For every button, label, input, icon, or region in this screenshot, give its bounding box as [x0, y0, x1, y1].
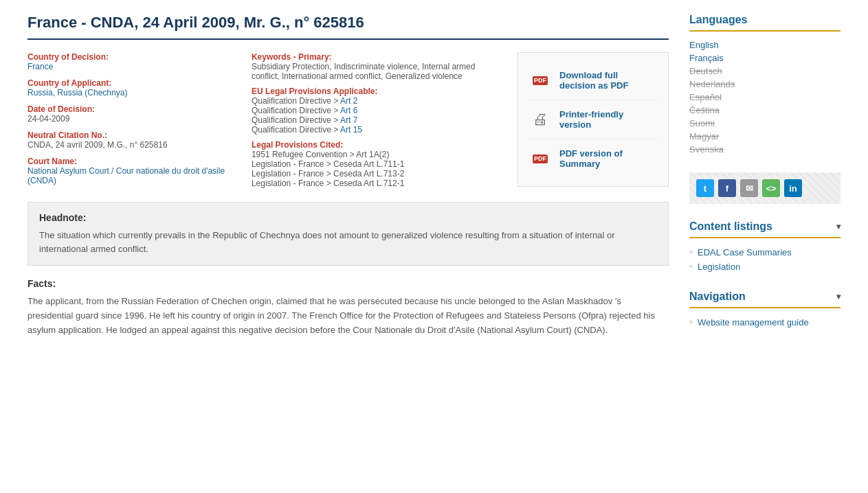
navigation-list: Website management guide — [689, 315, 841, 330]
top-section: Country of Decision: France Country of A… — [27, 52, 669, 188]
content-listings-list: EDAL Case SummariesLegislation — [689, 245, 841, 274]
language-link[interactable]: Svenska — [689, 144, 724, 154]
eu-provisions-label: EU Legal Provisions Applicable: — [252, 87, 504, 96]
country-applicant-label: Country of Applicant: — [27, 78, 238, 88]
headnote-box: Headnote: The situation which currently … — [27, 202, 669, 266]
facebook-icon[interactable]: f — [718, 179, 736, 197]
neutral-citation-label: Neutral Citation No.: — [27, 130, 238, 140]
language-link[interactable]: Suomi — [689, 118, 715, 128]
content-listings-arrow: ▾ — [836, 222, 841, 231]
language-link[interactable]: Français — [689, 53, 724, 63]
legal-provisions-label: Legal Provisions Cited: — [252, 140, 504, 150]
language-list: EnglishFrançaisDeutschNederlandsEspañolČ… — [689, 38, 841, 156]
navigation-section: Navigation ▾ Website management guide — [689, 290, 841, 330]
language-link[interactable]: Čeština — [689, 105, 720, 115]
language-link[interactable]: English — [689, 40, 719, 50]
language-item[interactable]: English — [689, 38, 841, 51]
actions-column: PDF Download fulldecision as PDF 🖨 Print… — [518, 52, 669, 188]
printer-icon: 🖨 — [528, 107, 553, 132]
languages-section: Languages EnglishFrançaisDeutschNederlan… — [689, 14, 841, 156]
language-item[interactable]: Deutsch — [689, 65, 841, 78]
languages-title: Languages — [689, 14, 841, 32]
printer-friendly-action[interactable]: 🖨 Printer-friendlyversion — [528, 100, 658, 139]
headnote-title: Headnote: — [39, 212, 657, 223]
case-title: France - CNDA, 24 April 2009, Mr. G., n°… — [27, 14, 669, 40]
language-item[interactable]: Français — [689, 51, 841, 65]
eu-provision-prefix: Qualification Directive > — [252, 125, 340, 135]
primary-kw-text: Subsidiary Protection, Indiscriminate vi… — [252, 62, 476, 81]
date-decision-label: Date of Decision: — [27, 104, 238, 114]
language-item[interactable]: Svenska — [689, 143, 841, 156]
facts-title: Facts: — [27, 278, 669, 289]
legal-provision-item: Legislation - France > Ceseda Art L.711-… — [252, 159, 504, 169]
legal-provision-item: Legislation - France > Ceseda Art L.712-… — [252, 179, 504, 188]
country-decision-value: France — [27, 62, 238, 71]
language-item[interactable]: Magyar — [689, 130, 841, 143]
eu-provision-prefix: Qualification Directive > — [252, 106, 340, 115]
eu-provision-link[interactable]: Art 6 — [340, 106, 357, 115]
nav-item[interactable]: Website management guide — [689, 315, 841, 330]
court-name-label: Court Name: — [27, 157, 238, 166]
navigation-arrow: ▾ — [836, 292, 841, 301]
share-icon[interactable]: <> — [762, 179, 780, 197]
primary-kw-value: Subsidiary Protection, Indiscriminate vi… — [252, 62, 504, 81]
country-applicant-link[interactable]: Russia, Russia (Chechnya) — [27, 88, 127, 98]
headnote-text: The situation which currently prevails i… — [39, 229, 657, 255]
court-name-link[interactable]: National Asylum Court / Cour nationale d… — [27, 166, 225, 185]
pdf-icon-graphic: PDF — [533, 76, 548, 85]
linkedin-icon[interactable]: in — [784, 179, 802, 197]
social-bar: t f ✉ <> in — [689, 172, 841, 204]
legal-provisions-list: 1951 Refugee Convention > Art 1A(2)Legis… — [252, 150, 504, 188]
eu-provision-prefix: Qualification Directive > — [252, 115, 340, 125]
language-link[interactable]: Deutsch — [689, 66, 722, 76]
language-item[interactable]: Suomi — [689, 117, 841, 130]
pdf-summary-action[interactable]: PDF PDF version ofSummary — [528, 139, 658, 178]
content-listing-link[interactable]: Legislation — [698, 262, 740, 272]
pdf-icon-summary-graphic: PDF — [533, 154, 548, 163]
facts-section: Facts: The applicant, from the Russian F… — [27, 278, 669, 337]
court-name-value: National Asylum Court / Cour nationale d… — [27, 166, 238, 185]
legal-provision-item: 1951 Refugee Convention > Art 1A(2) — [252, 150, 504, 159]
date-decision-value: 24-04-2009 — [27, 114, 238, 124]
neutral-citation-value: CNDA, 24 avril 2009, M.G., n° 625816 — [27, 140, 238, 150]
nav-link[interactable]: Website management guide — [698, 317, 809, 328]
language-link[interactable]: Español — [689, 92, 722, 102]
pdf-icon-download: PDF — [528, 68, 553, 93]
content-listing-item[interactable]: Legislation — [689, 260, 841, 274]
content-listings-title: Content listings ▾ — [689, 220, 841, 238]
language-item[interactable]: Čeština — [689, 104, 841, 117]
language-item[interactable]: Español — [689, 91, 841, 104]
main-content: France - CNDA, 24 April 2009, Mr. G., n°… — [27, 14, 669, 346]
printer-friendly-label: Printer-friendlyversion — [559, 109, 623, 130]
twitter-icon[interactable]: t — [696, 179, 714, 197]
country-decision-link[interactable]: France — [27, 62, 53, 71]
eu-provisions-list: Qualification Directive > Art 2Qualifica… — [252, 96, 504, 135]
navigation-title: Navigation ▾ — [689, 290, 841, 308]
meta-column: Country of Decision: France Country of A… — [27, 52, 238, 188]
country-decision-label: Country of Decision: — [27, 52, 238, 62]
eu-provision-link[interactable]: Art 2 — [340, 96, 357, 106]
eu-provision-prefix: Qualification Directive > — [252, 96, 340, 106]
pdf-icon-summary: PDF — [528, 146, 553, 171]
pdf-summary-label: PDF version ofSummary — [559, 148, 623, 169]
language-link[interactable]: Magyar — [689, 131, 719, 141]
language-item[interactable]: Nederlands — [689, 78, 841, 91]
download-pdf-label: Download fulldecision as PDF — [559, 70, 628, 91]
download-pdf-action[interactable]: PDF Download fulldecision as PDF — [528, 61, 658, 100]
actions-box: PDF Download fulldecision as PDF 🖨 Print… — [518, 52, 669, 187]
keywords-column: Keywords - Primary: Subsidiary Protectio… — [252, 52, 504, 188]
legal-provision-item: Legislation - France > Ceseda Art L.713-… — [252, 169, 504, 179]
content-listings-section: Content listings ▾ EDAL Case SummariesLe… — [689, 220, 841, 274]
primary-kw-label: Keywords - Primary: — [252, 52, 504, 62]
email-icon[interactable]: ✉ — [740, 179, 758, 197]
language-link[interactable]: Nederlands — [689, 79, 735, 89]
eu-provision-link[interactable]: Art 7 — [340, 115, 357, 125]
page-wrapper: France - CNDA, 24 April 2009, Mr. G., n°… — [0, 0, 868, 360]
sidebar: Languages EnglishFrançaisDeutschNederlan… — [689, 14, 841, 346]
facts-text: The applicant, from the Russian Federati… — [27, 295, 669, 337]
content-listing-link[interactable]: EDAL Case Summaries — [698, 247, 792, 257]
eu-provision-link[interactable]: Art 15 — [340, 125, 362, 135]
printer-icon-glyph: 🖨 — [533, 111, 548, 128]
content-listing-item[interactable]: EDAL Case Summaries — [689, 245, 841, 260]
country-applicant-value: Russia, Russia (Chechnya) — [27, 88, 238, 98]
